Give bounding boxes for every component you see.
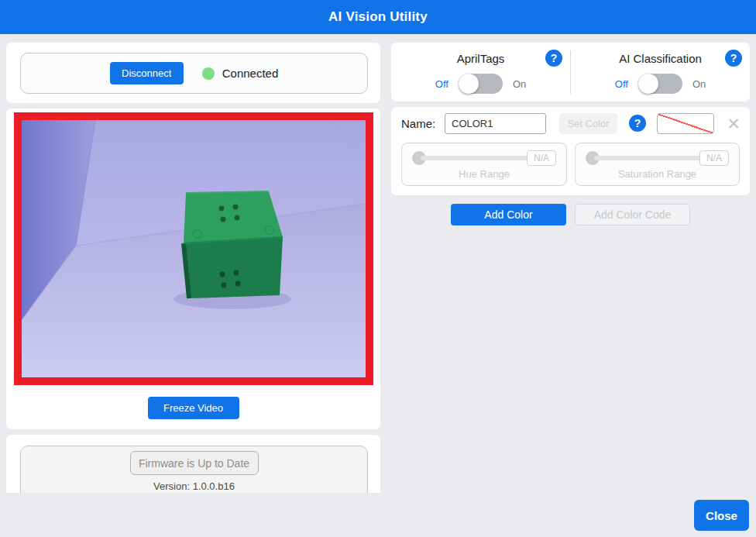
connection-inner-box: Disconnect Connected [20, 53, 368, 94]
name-label: Name: [401, 117, 435, 130]
toggle-knob [459, 74, 479, 94]
close-button[interactable]: Close [694, 500, 749, 531]
toggle-knob [638, 74, 658, 94]
saturation-range-slider[interactable]: N/A Saturation Range [575, 143, 740, 186]
ai-classification-label: AI Classification [619, 52, 702, 65]
detection-card: AprilTags ? Off On AI Classification ? O… [391, 43, 750, 102]
saturation-value-badge: N/A [699, 150, 729, 166]
apriltags-toggle[interactable] [459, 74, 503, 94]
connection-status: Connected [202, 67, 279, 80]
hue-value-badge: N/A [527, 150, 556, 166]
slider-track [594, 156, 704, 160]
add-color-code-button[interactable]: Add Color Code [575, 204, 690, 225]
page-title: AI Vision Utility [328, 9, 428, 25]
firmware-version-label: Version: 1.0.0.b16 [21, 480, 367, 492]
freeze-video-button[interactable]: Freeze Video [148, 397, 239, 419]
connection-status-label: Connected [222, 67, 279, 80]
apriltags-off-label: Off [435, 78, 448, 90]
set-color-button[interactable]: Set Color [559, 113, 617, 134]
color-help-icon[interactable]: ? [629, 115, 646, 132]
ai-classification-section: AI Classification ? Off On [571, 43, 750, 102]
video-scene [22, 120, 366, 377]
video-feed [14, 112, 373, 385]
ai-classification-on-label: On [692, 78, 706, 90]
footer-bar: Close [0, 493, 756, 537]
color-name-input[interactable] [445, 113, 546, 134]
connection-card: Disconnect Connected [6, 43, 380, 103]
ai-classification-toggle[interactable] [638, 74, 682, 94]
saturation-range-label: Saturation Range [576, 168, 739, 180]
hue-range-slider[interactable]: N/A Hue Range [401, 143, 567, 186]
slider-track [421, 156, 531, 160]
firmware-status-button[interactable]: Firmware is Up to Date [130, 451, 259, 475]
color-editor-card: Name: Set Color ? ✕ N/A Hue Range N/A Sa… [391, 107, 750, 195]
title-bar: AI Vision Utility [0, 0, 756, 34]
hue-range-label: Hue Range [402, 168, 566, 180]
apriltags-on-label: On [513, 78, 526, 90]
connected-dot-icon [202, 67, 215, 80]
apriltags-help-icon[interactable]: ? [545, 50, 562, 67]
add-color-button[interactable]: Add Color [451, 204, 566, 225]
color-swatch-empty[interactable] [657, 113, 714, 134]
video-card: Freeze Video [6, 108, 380, 429]
disconnect-button[interactable]: Disconnect [110, 62, 184, 84]
cube-top-face [184, 191, 283, 243]
close-icon[interactable]: ✕ [723, 113, 744, 134]
cube-front-face [184, 237, 283, 298]
ai-classification-help-icon[interactable]: ? [725, 50, 742, 67]
apriltags-section: AprilTags ? Off On [391, 43, 570, 102]
green-cube [184, 191, 283, 298]
ai-classification-off-label: Off [615, 78, 628, 90]
apriltags-label: AprilTags [457, 52, 505, 65]
